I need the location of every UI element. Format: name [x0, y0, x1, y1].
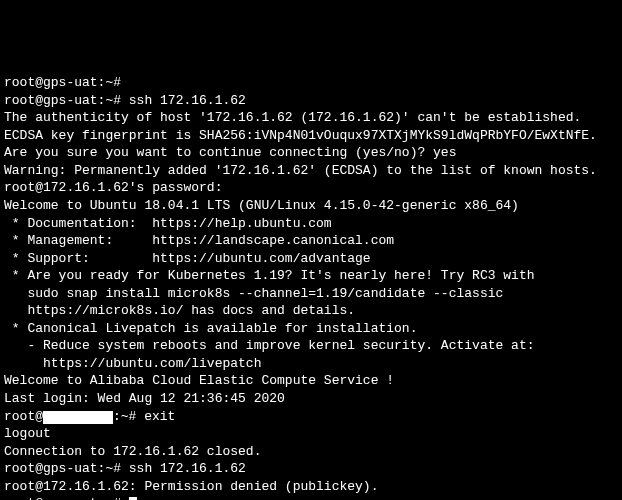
- livepatch-link: https://ubuntu.com/livepatch: [4, 355, 618, 373]
- exit-command: :~# exit: [113, 409, 175, 424]
- continue-prompt: Are you sure you want to continue connec…: [4, 144, 618, 162]
- warning-added-hosts: Warning: Permanently added '172.16.1.62'…: [4, 162, 618, 180]
- final-prompt: root@gps-uat:~#: [4, 495, 618, 500]
- exit-command-line: root@:~# exit: [4, 408, 618, 426]
- ssh-command: root@gps-uat:~# ssh 172.16.1.62: [4, 92, 618, 110]
- ubuntu-welcome: Welcome to Ubuntu 18.04.1 LTS (GNU/Linux…: [4, 197, 618, 215]
- documentation-link: * Documentation: https://help.ubuntu.com: [4, 215, 618, 233]
- snap-install-command: sudo snap install microk8s --channel=1.1…: [4, 285, 618, 303]
- kubernetes-notice: * Are you ready for Kubernetes 1.19? It'…: [4, 267, 618, 285]
- logout-message: logout: [4, 425, 618, 443]
- livepatch-detail: - Reduce system reboots and improve kern…: [4, 337, 618, 355]
- alibaba-welcome: Welcome to Alibaba Cloud Elastic Compute…: [4, 372, 618, 390]
- ssh-command-retry: root@gps-uat:~# ssh 172.16.1.62: [4, 460, 618, 478]
- prompt-user: root@: [4, 409, 43, 424]
- permission-denied: root@172.16.1.62: Permission denied (pub…: [4, 478, 618, 496]
- terminal-output[interactable]: root@gps-uat:~#root@gps-uat:~# ssh 172.1…: [4, 74, 618, 500]
- prompt-text: root@gps-uat:~#: [4, 496, 121, 500]
- microk8s-link: https://microk8s.io/ has docs and detail…: [4, 302, 618, 320]
- management-link: * Management: https://landscape.canonica…: [4, 232, 618, 250]
- connection-closed: Connection to 172.16.1.62 closed.: [4, 443, 618, 461]
- password-prompt: root@172.16.1.62's password:: [4, 179, 618, 197]
- authenticity-warning: The authenticity of host '172.16.1.62 (1…: [4, 109, 618, 127]
- livepatch-notice: * Canonical Livepatch is available for i…: [4, 320, 618, 338]
- support-link: * Support: https://ubuntu.com/advantage: [4, 250, 618, 268]
- ecdsa-fingerprint: ECDSA key fingerprint is SHA256:iVNp4N01…: [4, 127, 618, 145]
- redacted-hostname: [43, 411, 113, 424]
- last-login: Last login: Wed Aug 12 21:36:45 2020: [4, 390, 618, 408]
- prompt-line: root@gps-uat:~#: [4, 74, 618, 92]
